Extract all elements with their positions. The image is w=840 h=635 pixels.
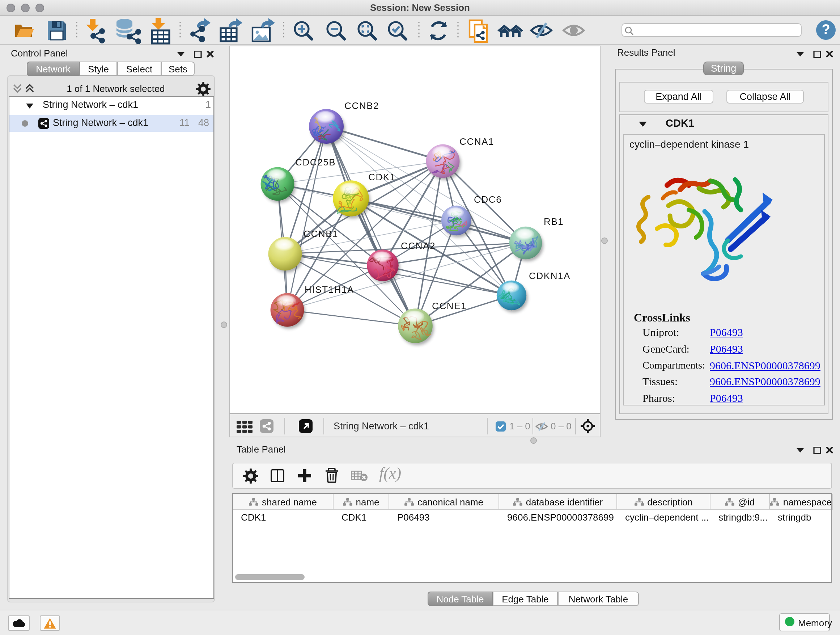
svg-text:CCNB2: CCNB2: [344, 100, 379, 111]
svg-text:CDKN1A: CDKN1A: [529, 271, 570, 281]
svg-text:CCNA2: CCNA2: [401, 241, 436, 251]
svg-text:CCNB1: CCNB1: [303, 228, 338, 239]
svg-text:CCNA1: CCNA1: [459, 136, 494, 147]
svg-text:CDC6: CDC6: [474, 194, 502, 205]
svg-text:CCNE1: CCNE1: [432, 301, 467, 311]
svg-text:CDK1: CDK1: [368, 172, 396, 182]
svg-text:RB1: RB1: [544, 216, 564, 227]
svg-text:HIST1H1A: HIST1H1A: [305, 284, 354, 295]
svg-text:CDC25B: CDC25B: [295, 157, 336, 168]
